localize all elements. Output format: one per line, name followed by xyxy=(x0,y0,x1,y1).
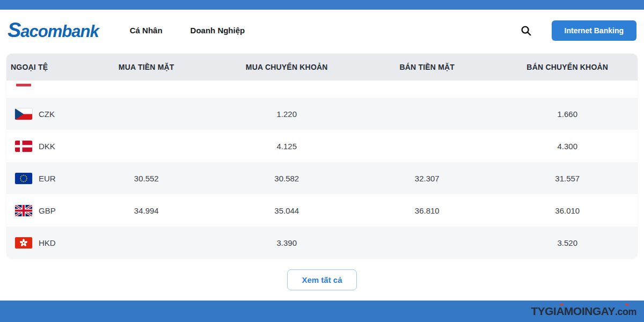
sell-cash-value: 32.307 xyxy=(357,174,497,183)
column-header-sell-transfer: BÁN CHUYỂN KHOẢN xyxy=(497,63,638,71)
top-blue-bar xyxy=(0,0,644,10)
footer-blue-bar: TYGIAMOINGAY.com xyxy=(0,301,644,322)
buy-cash-value: 30.552 xyxy=(76,174,217,183)
buy-transfer-value: 35.044 xyxy=(217,206,357,215)
sell-transfer-value: 36.010 xyxy=(497,206,638,215)
watermark-accent-icon xyxy=(625,303,630,306)
nav-item-doanh-nghiep[interactable]: Doanh Nghiệp xyxy=(191,26,245,35)
table-row-dkk: DKK 4.125 4.300 xyxy=(6,130,638,162)
sell-transfer-value: 31.557 xyxy=(497,174,638,183)
buy-transfer-value: 3.390 xyxy=(217,238,357,247)
watermark-suffix: .com xyxy=(615,306,636,317)
column-header-sell-cash: BÁN TIỀN MẶT xyxy=(357,63,497,71)
table-row-eur: EUR 30.552 30.582 32.307 31.557 xyxy=(6,162,638,194)
sacombank-logo[interactable]: Sacombank xyxy=(8,19,99,42)
view-all-button[interactable]: Xem tất cả xyxy=(287,269,356,290)
nav-item-ca-nhan[interactable]: Cá Nhân xyxy=(130,26,163,35)
column-header-buy-transfer: MUA CHUYỂN KHOẢN xyxy=(217,63,357,71)
sell-cash-value: 36.810 xyxy=(357,206,497,215)
currency-code: EUR xyxy=(39,174,56,183)
currency-code: CZK xyxy=(39,109,55,119)
united-kingdom-flag-icon xyxy=(15,205,32,216)
buy-transfer-value: 30.582 xyxy=(217,174,357,183)
column-header-buy-cash: MUA TIỀN MẶT xyxy=(76,63,217,71)
watermark: TYGIAMOINGAY.com xyxy=(531,305,636,318)
table-row-czk: CZK 1.220 1.660 xyxy=(6,98,638,130)
view-all-container: Xem tất cả xyxy=(0,269,644,290)
currency-code: DKK xyxy=(39,142,55,151)
sell-transfer-value: 3.520 xyxy=(497,238,638,247)
sell-transfer-value: 4.300 xyxy=(497,142,638,151)
buy-transfer-value: 4.125 xyxy=(217,142,357,151)
column-header-currency: NGOẠI TỆ xyxy=(6,63,76,71)
table-row-gbp: GBP 34.994 35.044 36.810 36.010 xyxy=(6,194,638,226)
page: Sacombank Cá Nhân Doanh Nghiệp Internet … xyxy=(0,0,644,322)
watermark-name: TYGIAMOINGAY xyxy=(531,305,615,317)
partial-flag-icon xyxy=(16,84,31,86)
european-union-flag-icon xyxy=(15,173,32,184)
logo-rest: acombank xyxy=(20,22,98,41)
exchange-rate-table: NGOẠI TỆ MUA TIỀN MẶT MUA CHUYỂN KHOẢN B… xyxy=(6,54,638,259)
buy-cash-value: 34.994 xyxy=(76,206,217,215)
table-header-row: NGOẠI TỆ MUA TIỀN MẶT MUA CHUYỂN KHOẢN B… xyxy=(6,54,638,80)
header-right: Internet Banking xyxy=(519,20,636,41)
czech-republic-flag-icon xyxy=(15,108,32,120)
currency-code: HKD xyxy=(39,238,56,247)
sell-transfer-value: 1.660 xyxy=(497,109,638,119)
site-header: Sacombank Cá Nhân Doanh Nghiệp Internet … xyxy=(0,10,644,51)
main-nav: Cá Nhân Doanh Nghiệp xyxy=(130,26,245,35)
denmark-flag-icon xyxy=(15,141,32,152)
logo-initial: S xyxy=(8,19,20,41)
table-row-hkd: HKD 3.390 3.520 xyxy=(6,226,638,259)
search-icon[interactable] xyxy=(519,24,532,37)
partially-scrolled-row xyxy=(6,80,638,98)
buy-transfer-value: 1.220 xyxy=(217,109,357,119)
hong-kong-flag-icon xyxy=(15,237,32,248)
currency-code: GBP xyxy=(39,206,56,215)
internet-banking-button[interactable]: Internet Banking xyxy=(552,20,636,41)
